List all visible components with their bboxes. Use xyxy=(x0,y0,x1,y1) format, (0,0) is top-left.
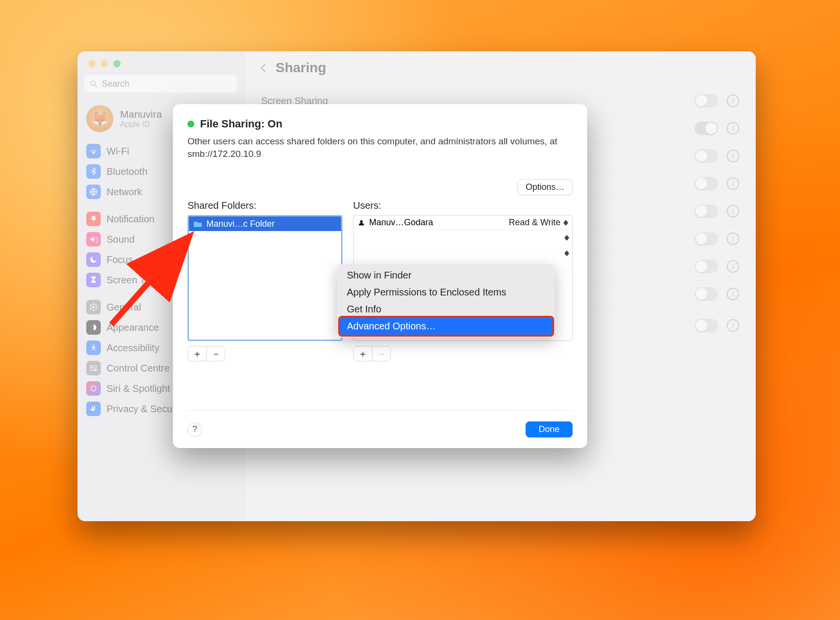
sound-icon xyxy=(86,232,101,247)
users-label: Users: xyxy=(353,200,573,211)
bell-icon xyxy=(86,212,101,226)
sidebar-item-label: Siri & Spotlight xyxy=(107,383,170,394)
sidebar-item-label: Control Centre xyxy=(107,363,170,374)
status-dot-on-icon xyxy=(187,121,194,127)
sidebar-item-label: Bluetooth xyxy=(107,166,148,177)
sheet-title-text: File Sharing: On xyxy=(200,118,282,130)
info-icon[interactable]: i xyxy=(727,177,739,190)
siri-icon xyxy=(86,381,101,396)
toggle[interactable] xyxy=(695,287,718,301)
folder-name: Manuvi…c Folder xyxy=(206,219,275,229)
stepper-icon[interactable] xyxy=(564,250,569,256)
sidebar-item-label: Notification xyxy=(107,214,155,225)
info-icon[interactable]: i xyxy=(727,319,739,332)
svg-point-11 xyxy=(360,220,362,222)
add-user-button[interactable]: ＋ xyxy=(354,346,372,361)
toggle[interactable] xyxy=(695,149,718,163)
stepper-icon[interactable] xyxy=(563,220,568,226)
ctx-advanced-options[interactable]: Advanced Options… xyxy=(340,318,552,335)
user-meta: Manuvira Apple ID xyxy=(120,108,162,129)
content-header: Sharing xyxy=(245,60,756,82)
sheet-description: Other users can access shared folders on… xyxy=(187,135,573,160)
info-icon[interactable]: i xyxy=(727,260,739,273)
info-icon[interactable]: i xyxy=(727,288,739,300)
page-title: Sharing xyxy=(276,60,326,76)
remove-user-button[interactable]: － xyxy=(372,346,390,361)
wifi-icon xyxy=(86,144,101,158)
addremove-users: ＋ － xyxy=(353,346,573,361)
remove-folder-button[interactable]: － xyxy=(206,346,225,361)
stepper-icon[interactable] xyxy=(564,235,569,241)
window-controls xyxy=(78,58,244,75)
moon-icon xyxy=(86,252,101,267)
sheet-title: File Sharing: On xyxy=(187,118,573,130)
info-icon[interactable]: i xyxy=(727,205,739,217)
search-icon xyxy=(89,79,98,88)
context-menu: Show in Finder Apply Permissions to Encl… xyxy=(337,264,555,338)
ctx-apply-permissions[interactable]: Apply Permissions to Enclosed Items xyxy=(340,284,552,301)
info-icon[interactable]: i xyxy=(727,122,739,135)
svg-point-10 xyxy=(91,386,96,391)
svg-point-3 xyxy=(93,306,95,309)
toggle[interactable] xyxy=(695,319,718,332)
traffic-close[interactable] xyxy=(88,60,95,67)
toggles-icon xyxy=(86,361,101,375)
options-button[interactable]: Options… xyxy=(517,179,573,195)
toggle[interactable] xyxy=(695,177,718,190)
user-perm: Read & Write xyxy=(509,217,560,228)
sidebar-item-label: Appearance xyxy=(107,322,159,333)
user-name: Manuv…Godara xyxy=(369,217,433,228)
ctx-get-info[interactable]: Get Info xyxy=(340,301,552,318)
back-chevron-icon[interactable] xyxy=(258,62,269,73)
user-sub: Apple ID xyxy=(120,120,162,129)
svg-point-5 xyxy=(93,344,94,346)
toggle[interactable] xyxy=(695,122,718,135)
svg-line-1 xyxy=(94,85,97,87)
sidebar-item-label: Screen Time xyxy=(107,275,161,286)
sidebar-item-label: Sound xyxy=(107,234,135,245)
traffic-max[interactable] xyxy=(113,60,121,67)
info-icon[interactable]: i xyxy=(727,94,739,107)
sidebar-item-label: General xyxy=(107,302,141,313)
svg-point-7 xyxy=(91,366,93,367)
sidebar-item-label: Accessibility xyxy=(107,342,159,354)
add-folder-button[interactable]: ＋ xyxy=(188,346,206,361)
done-button[interactable]: Done xyxy=(526,421,573,437)
appearance-icon xyxy=(86,320,101,335)
hourglass-icon xyxy=(86,273,101,287)
sidebar-item-label: Network xyxy=(107,186,142,198)
toggle[interactable] xyxy=(695,232,718,246)
ctx-show-in-finder[interactable]: Show in Finder xyxy=(340,267,552,284)
hand-icon xyxy=(86,402,101,416)
folder-icon xyxy=(194,220,202,227)
search-field-wrap xyxy=(84,75,237,93)
addremove-folders: ＋ － xyxy=(187,346,342,361)
svg-point-9 xyxy=(94,369,96,371)
accessibility-icon xyxy=(86,341,101,355)
toggle[interactable] xyxy=(695,204,718,218)
shared-folder-item[interactable]: Manuvi…c Folder xyxy=(189,217,341,231)
shared-folders-list[interactable]: Manuvi…c Folder xyxy=(187,215,342,341)
search-input[interactable] xyxy=(84,75,237,93)
person-icon xyxy=(358,219,365,227)
bluetooth-icon xyxy=(86,164,101,179)
traffic-min[interactable] xyxy=(101,60,108,67)
info-icon[interactable]: i xyxy=(727,150,739,162)
sidebar-item-label: Wi-Fi xyxy=(107,146,129,157)
sidebar-item-label: Focus xyxy=(107,254,133,265)
toggle[interactable] xyxy=(695,94,718,108)
svg-point-0 xyxy=(91,81,95,85)
shared-folders-label: Shared Folders: xyxy=(187,200,342,211)
user-row[interactable]: Manuv…Godara Read & Write xyxy=(354,216,572,230)
gear-icon xyxy=(86,300,101,314)
avatar: 🦊 xyxy=(86,105,113,132)
toggle[interactable] xyxy=(695,260,718,273)
user-name: Manuvira xyxy=(120,108,162,120)
network-icon xyxy=(86,185,101,199)
info-icon[interactable]: i xyxy=(727,232,739,245)
help-button[interactable]: ? xyxy=(187,422,202,437)
